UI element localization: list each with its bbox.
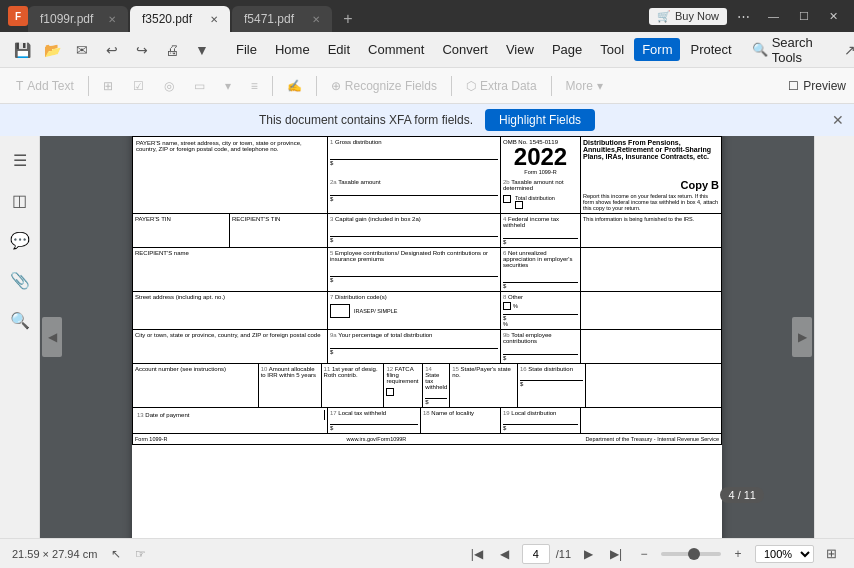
prev-page-button[interactable]: ◀	[494, 543, 516, 565]
tab-close-icon[interactable]: ✕	[210, 14, 218, 25]
text-field-button[interactable]: ▭	[186, 76, 213, 96]
maximize-button[interactable]: ☐	[791, 8, 817, 25]
menu-item-protect[interactable]: Protect	[682, 38, 739, 61]
recognize-fields-button[interactable]: ⊕ Recognize Fields	[323, 76, 445, 96]
radio-button[interactable]: ◎	[156, 76, 182, 96]
menu-item-page[interactable]: Page	[544, 38, 590, 61]
bookmark-icon-button[interactable]: ◫	[4, 184, 36, 216]
buy-now-button[interactable]: 🛒 Buy Now	[649, 8, 727, 25]
box18-label: Name of locality	[431, 410, 474, 416]
cursor-tool-button[interactable]: ↖	[105, 543, 127, 565]
box4-cell: 4 Federal income tax withheld $	[501, 214, 581, 247]
box1-cell: 1 Gross distribution $	[328, 137, 501, 177]
view-mode-button[interactable]: ⊞	[820, 543, 842, 565]
box1-label: Gross distribution	[335, 139, 382, 145]
recipient-name-label: RECIPIENT'S name	[135, 250, 189, 256]
toolbar-separator4	[451, 76, 452, 96]
menu-item-convert[interactable]: Convert	[434, 38, 496, 61]
sign-button[interactable]: ✍	[279, 76, 310, 96]
recipient-tin-label: RECIPIENT'S TIN	[232, 216, 280, 222]
box8-label: Other	[508, 294, 523, 300]
next-page-button[interactable]: ▶	[577, 543, 599, 565]
menu-item-view[interactable]: View	[498, 38, 542, 61]
search-icon-button[interactable]: 🔍	[4, 304, 36, 336]
menu-item-tool[interactable]: Tool	[592, 38, 632, 61]
highlight-fields-button[interactable]: Highlight Fields	[485, 109, 595, 131]
box9b-cell: 9b Total employee contributions $	[501, 330, 581, 363]
undo-icon-button[interactable]: ↩	[98, 36, 126, 64]
preview-toggle[interactable]: ☐ Preview	[788, 79, 846, 93]
box14-cell: 14 State tax withheld $	[423, 364, 450, 407]
dimensions-label: 21.59 × 27.94 cm	[12, 548, 97, 560]
box11-cell: 11 1st year of desig. Roth contrib.	[322, 364, 385, 407]
attachment-icon-button[interactable]: 📎	[4, 264, 36, 296]
menu-item-edit[interactable]: Edit	[320, 38, 358, 61]
box2b-cell: 2b Taxable amount not determined Total d…	[501, 177, 581, 213]
box15-label: State/Payer's state no.	[452, 366, 511, 378]
empty-right2-cell	[581, 292, 721, 329]
list-field-button[interactable]: ≡	[243, 76, 266, 96]
preview-checkbox[interactable]: ☐	[788, 79, 799, 93]
account-label: Account number (see instructions)	[135, 366, 226, 372]
account-cell: Account number (see instructions)	[133, 364, 259, 407]
menu-item-comment[interactable]: Comment	[360, 38, 432, 61]
left-sidebar: ☰ ◫ 💬 📎 🔍	[0, 136, 40, 538]
page-nav-left-button[interactable]: ◀	[42, 317, 62, 357]
menu-item-file[interactable]: File	[228, 38, 265, 61]
tab-f1099r[interactable]: f1099r.pdf ✕	[28, 6, 128, 32]
dropdown-field-button[interactable]: ▾	[217, 76, 239, 96]
menu-item-form[interactable]: Form	[634, 38, 680, 61]
search-tools-button[interactable]: 🔍 Search Tools	[742, 31, 836, 69]
tab-close-icon[interactable]: ✕	[312, 14, 320, 25]
zoom-thumb[interactable]	[688, 548, 700, 560]
tab-f5471[interactable]: f5471.pdf ✕	[232, 6, 332, 32]
extra-data-button[interactable]: ⬡ Extra Data	[458, 76, 545, 96]
comment-icon-button[interactable]: 💬	[4, 224, 36, 256]
zoom-in-button[interactable]: +	[727, 543, 749, 565]
irs-url: www.irs.gov/Form1099R	[346, 436, 406, 442]
email-icon-button[interactable]: ✉	[68, 36, 96, 64]
more-button[interactable]: More ▾	[558, 76, 611, 96]
redo-icon-button[interactable]: ↪	[128, 36, 156, 64]
omb-cell: OMB No. 1545-0119 2022 Form 1099-R	[501, 137, 581, 177]
toolbar-separator3	[316, 76, 317, 96]
page-nav-controls: ↖ ☞	[105, 543, 151, 565]
checkbox-button[interactable]: ☑	[125, 76, 152, 96]
last-page-button[interactable]: ▶|	[605, 543, 627, 565]
hand-tool-button[interactable]: ☞	[129, 543, 151, 565]
add-text-button[interactable]: T Add Text	[8, 76, 82, 96]
dropdown-icon-button[interactable]: ▼	[188, 36, 216, 64]
buy-now-label: Buy Now	[675, 10, 719, 22]
save-icon-button[interactable]: 💾	[8, 36, 36, 64]
share-button[interactable]: ↗	[839, 36, 854, 64]
notification-message: This document contains XFA form fields.	[259, 113, 473, 127]
toolbar-separator5	[551, 76, 552, 96]
bottom-bar: 21.59 × 27.94 cm ↖ ☞ |◀ ◀ /11 ▶ ▶| − + 1…	[0, 538, 854, 568]
box17-cell: 17 Local tax withheld $	[328, 408, 421, 433]
tab-close-icon[interactable]: ✕	[108, 14, 116, 25]
align-button[interactable]: ⊞	[95, 76, 121, 96]
panels-icon-button[interactable]: ☰	[4, 144, 36, 176]
open-icon-button[interactable]: 📂	[38, 36, 66, 64]
zoom-level-select[interactable]: 100% 75% 125% 150%	[755, 545, 814, 563]
copy-b-desc: Report this income on your federal tax r…	[583, 193, 719, 211]
box9a-label: Your percentage of total distribution	[338, 332, 432, 338]
zoom-out-button[interactable]: −	[633, 543, 655, 565]
empty-right5-cell	[581, 408, 721, 433]
page-number-input[interactable]	[522, 544, 550, 564]
add-tab-button[interactable]: +	[334, 6, 362, 32]
notification-close-button[interactable]: ✕	[832, 112, 844, 128]
box2b-label: Taxable amount not determined	[503, 179, 564, 191]
minimize-button[interactable]: —	[760, 8, 787, 24]
box11-label: 1st year of desig. Roth contrib.	[324, 366, 378, 378]
more-options-button[interactable]: ⋯	[731, 7, 756, 26]
notification-bar: This document contains XFA form fields. …	[0, 104, 854, 136]
first-page-button[interactable]: |◀	[466, 543, 488, 565]
menu-item-home[interactable]: Home	[267, 38, 318, 61]
zoom-slider[interactable]	[661, 552, 721, 556]
box2b-checkbox	[503, 195, 511, 203]
page-nav-right-button[interactable]: ▶	[792, 317, 812, 357]
close-button[interactable]: ✕	[821, 8, 846, 25]
tab-f3520[interactable]: f3520.pdf ✕	[130, 6, 230, 32]
print-icon-button[interactable]: 🖨	[158, 36, 186, 64]
